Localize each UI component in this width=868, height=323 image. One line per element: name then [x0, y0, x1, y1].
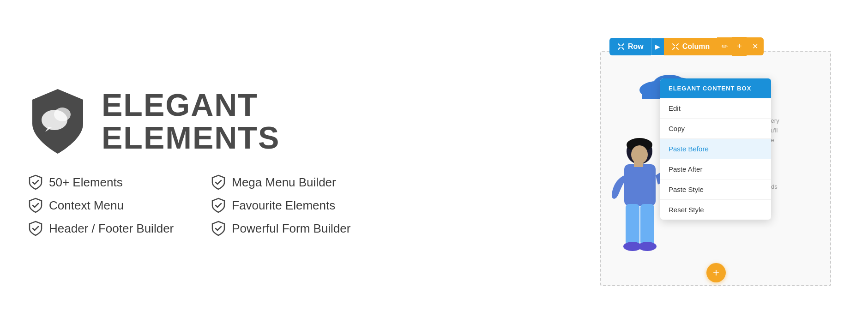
svg-point-14: [638, 242, 657, 251]
feature-item-feat-6: Powerful Form Builder: [211, 221, 356, 236]
row-button[interactable]: Row: [609, 38, 651, 55]
context-menu-title: ELEGANT CONTENT BOX: [669, 85, 751, 92]
feature-label: Header / Footer Builder: [49, 221, 174, 236]
brand-line1: ELEGANT: [102, 89, 280, 121]
context-menu-item-copy[interactable]: Copy: [660, 119, 771, 139]
context-menu: ELEGANT CONTENT BOX EditCopyPaste Before…: [660, 78, 771, 220]
feature-item-feat-1: 50+ Elements: [28, 174, 174, 190]
right-section: The Bakery Pag n you'll eve ebsite desig…: [573, 0, 840, 323]
close-button[interactable]: ✕: [747, 37, 764, 55]
brand-line2: ELEMENTS: [102, 121, 280, 154]
add-float-icon: +: [713, 266, 719, 279]
feature-label: Powerful Form Builder: [232, 221, 350, 236]
check-shield-icon: [28, 174, 43, 190]
feature-item-feat-3: Context Menu: [28, 197, 174, 213]
svg-point-16: [631, 145, 648, 164]
check-shield-icon: [28, 221, 43, 236]
logo-area: ELEGANT ELEMENTS: [28, 87, 280, 156]
svg-rect-10: [624, 164, 656, 206]
features-grid: 50+ Elements Mega Menu Builder Context M…: [28, 174, 357, 236]
expand-icon: [617, 42, 625, 51]
feature-item-feat-4: Favourite Elements: [211, 197, 356, 213]
check-shield-icon: [28, 197, 43, 213]
main-container: ELEGANT ELEMENTS 50+ Elements Mega Menu …: [0, 0, 868, 323]
person-illustration: [596, 134, 669, 286]
close-icon: ✕: [752, 42, 758, 50]
plus-icon: +: [737, 42, 742, 51]
feature-label: Mega Menu Builder: [232, 175, 336, 190]
check-shield-icon: [211, 197, 226, 213]
context-menu-item-edit[interactable]: Edit: [660, 98, 771, 119]
check-shield-icon: [211, 221, 226, 236]
brand-text: ELEGANT ELEMENTS: [102, 89, 280, 155]
context-menu-header: ELEGANT CONTENT BOX: [660, 78, 771, 98]
row-label: Row: [628, 42, 644, 51]
shield-logo-icon: [28, 87, 88, 156]
row-expand-button[interactable]: ▶: [651, 38, 664, 55]
svg-point-1: [54, 108, 71, 121]
arrow-icon: ▶: [655, 43, 660, 50]
context-menu-item-reset-style[interactable]: Reset Style: [660, 200, 771, 220]
toolbar: Row ▶ Column ✏ + ✕: [609, 37, 764, 56]
add-float-button[interactable]: +: [706, 263, 726, 282]
feature-label: Favourite Elements: [232, 198, 335, 213]
edit-button[interactable]: ✏: [717, 37, 732, 55]
context-menu-item-paste-style[interactable]: Paste Style: [660, 179, 771, 200]
builder-preview: The Bakery Pag n you'll eve ebsite desig…: [582, 28, 831, 295]
check-shield-icon: [211, 174, 226, 190]
left-section: ELEGANT ELEMENTS 50+ Elements Mega Menu …: [28, 87, 573, 236]
column-label: Column: [682, 42, 710, 51]
context-menu-item-paste-before[interactable]: Paste Before: [660, 139, 771, 159]
svg-rect-11: [626, 204, 639, 245]
feature-label: 50+ Elements: [49, 175, 123, 190]
feature-item-feat-2: Mega Menu Builder: [211, 174, 356, 190]
svg-rect-12: [640, 204, 654, 245]
feature-item-feat-5: Header / Footer Builder: [28, 221, 174, 236]
column-button[interactable]: Column: [664, 38, 717, 55]
add-button[interactable]: +: [732, 37, 747, 56]
pencil-icon: ✏: [722, 42, 728, 50]
column-expand-icon: [671, 42, 680, 51]
feature-label: Context Menu: [49, 198, 124, 213]
context-menu-item-paste-after[interactable]: Paste After: [660, 159, 771, 179]
